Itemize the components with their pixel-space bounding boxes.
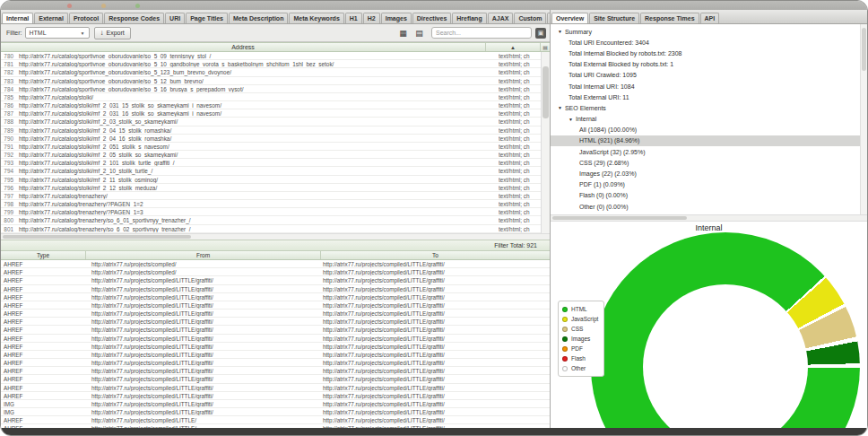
tree-item-total-external-blocked-by-robots-txt-1[interactable]: Total External Blocked by robots.txt: 1 (551, 59, 867, 70)
tab-page-titles[interactable]: Page Titles (186, 13, 228, 23)
table-row[interactable]: 788http://atrix77.ru/catalog/stolki/mf_2… (1, 118, 550, 126)
tab-h2[interactable]: H2 (363, 13, 380, 23)
table-row[interactable]: 798http://atrix77.ru/catalog/trenazhery/… (1, 200, 550, 208)
table-row[interactable]: 792http://atrix77.ru/catalog/stolki/mf_2… (1, 151, 550, 159)
tab-response-codes[interactable]: Response Codes (104, 13, 164, 23)
tree-item-total-internal-uri-1084[interactable]: Total Internal URI: 1084 (551, 81, 867, 92)
links-table-row[interactable]: IMGhttp://atrix77.ru/projects/compiled/L… (1, 400, 550, 408)
tab-meta-keywords[interactable]: Meta Keywords (289, 13, 343, 23)
tab-hreflang[interactable]: Hreflang (452, 13, 486, 23)
table-row[interactable]: 785http://atrix77.ru/catalog/stolki/text… (1, 93, 550, 101)
expand-arrow-icon[interactable]: ▼ (558, 105, 562, 110)
links-table-row[interactable]: AHREFhttp://atrix77.ru/projects/compiled… (1, 343, 550, 351)
address-column-header[interactable]: Address (1, 43, 486, 51)
links-table-row[interactable]: AHREFhttp://atrix77.ru/projects/compiled… (1, 285, 550, 293)
tab-site-structure[interactable]: Site Structure (589, 13, 639, 23)
links-table-row[interactable]: AHREFhttp://atrix77.ru/projects/compiled… (1, 335, 550, 343)
table-row[interactable]: 801http://atrix77.ru/catalog/trenazhery/… (1, 225, 550, 233)
tree-view-icon[interactable]: ▦ (396, 27, 410, 39)
links-table-row[interactable]: AHREFhttp://atrix77.ru/projects/compiled… (1, 351, 550, 359)
tree-item-seo-elements[interactable]: ▼SEO Elements (551, 102, 867, 113)
table-row[interactable]: 783http://atrix77.ru/catalog/sportivnoe_… (1, 77, 550, 85)
minimize-window-icon[interactable] (101, 4, 106, 8)
scrollbar-thumb[interactable] (3, 235, 191, 239)
links-table-row[interactable]: AHREFhttp://atrix77.ru/projects/compiled… (1, 318, 550, 326)
maximize-window-icon[interactable] (135, 4, 140, 8)
links-table-row[interactable]: AHREFhttp://atrix77.ru/projects/compiled… (1, 276, 550, 284)
table-row[interactable]: 796http://atrix77.ru/catalog/stolki/mf_2… (1, 184, 550, 192)
tab-h1[interactable]: H1 (345, 13, 362, 23)
tab-ajax[interactable]: AJAX (488, 13, 514, 23)
tab-internal[interactable]: Internal (2, 13, 33, 24)
scrollbar-thumb[interactable] (552, 216, 687, 220)
table-row[interactable]: 795http://atrix77.ru/catalog/stolki/mf_2… (1, 176, 550, 184)
table-row[interactable]: 780http://atrix77.ru/catalog/sportivnoe_… (1, 52, 550, 60)
filter-dropdown[interactable]: HTML ▼ (25, 27, 90, 39)
horizontal-scrollbar[interactable] (551, 214, 867, 222)
links-table-row[interactable]: AHREFhttp://atrix77.ru/projects/compiled… (1, 326, 550, 334)
tree-item-pdf[interactable]: PDF (1) (0.09%) (551, 179, 867, 190)
tree-item-html[interactable]: HTML (921) (84.96%) (551, 135, 867, 146)
links-table-row[interactable]: AHREFhttp://atrix77.ru/projects/compiled… (1, 268, 550, 276)
tab-overview[interactable]: Overview (551, 13, 588, 24)
links-table-row[interactable]: AHREFhttp://atrix77.ru/projects/compiled… (1, 416, 550, 424)
tree-item-total-internal-blocked-by-robots-txt-2308[interactable]: Total Internal Blocked by robots.txt: 23… (551, 48, 867, 58)
table-row[interactable]: 782http://atrix77.ru/catalog/sportivnoe_… (1, 68, 550, 76)
scrollbar-thumb[interactable] (542, 66, 549, 118)
table-row[interactable]: 790http://atrix77.ru/catalog/stolki/mf_2… (1, 135, 550, 143)
expand-arrow-icon[interactable]: ▼ (558, 29, 562, 34)
horizontal-scrollbar[interactable] (1, 233, 550, 240)
tab-custom[interactable]: Custom (514, 13, 546, 23)
search-options-icon[interactable]: ▣ (535, 28, 546, 39)
links-table-row[interactable]: IMGhttp://atrix77.ru/projects/compiled/L… (1, 408, 550, 416)
column-config-icon[interactable]: ▤ (541, 43, 550, 51)
table-row[interactable]: 799http://atrix77.ru/catalog/trenazhery/… (1, 208, 550, 216)
table-row[interactable]: 787http://atrix77.ru/catalog/stolki/mf_2… (1, 109, 550, 118)
tree-item-css[interactable]: CSS (29) (2.68%) (551, 157, 867, 168)
vertical-scrollbar[interactable] (860, 24, 867, 214)
vertical-scrollbar[interactable] (541, 52, 550, 233)
close-window-icon[interactable] (67, 4, 72, 8)
links-table-row[interactable]: AHREFhttp://atrix77.ru/projects/compiled… (1, 359, 550, 367)
tree-item-images[interactable]: Images (22) (2.03%) (551, 168, 867, 179)
tab-protocol[interactable]: Protocol (69, 13, 103, 23)
links-table-row[interactable]: AHREFhttp://atrix77.ru/projects/compiled… (1, 384, 550, 392)
tab-external[interactable]: External (34, 13, 68, 23)
tab-directives[interactable]: Directives (412, 13, 451, 23)
tab-api[interactable]: API (700, 13, 720, 23)
table-row[interactable]: 781http://atrix77.ru/catalog/sportivnoe_… (1, 60, 550, 68)
table-row[interactable]: 786http://atrix77.ru/catalog/stolki/mf_2… (1, 101, 550, 109)
links-table-row[interactable]: AHREFhttp://atrix77.ru/projects/compiled… (1, 260, 550, 268)
links-table-row[interactable]: AHREFhttp://atrix77.ru/projects/compiled… (1, 392, 550, 400)
tree-item-summary[interactable]: ▼Summary (551, 26, 867, 37)
tab-images[interactable]: Images (381, 13, 412, 23)
links-table-row[interactable]: AHREFhttp://atrix77.ru/projects/compiled… (1, 367, 550, 375)
tree-item-internal[interactable]: ▼Internal (551, 114, 867, 125)
table-row[interactable]: 793http://atrix77.ru/catalog/stolki/mf_2… (1, 159, 550, 167)
table-row[interactable]: 800http://atrix77.ru/catalog/trenazhery/… (1, 216, 550, 224)
tree-item-total-uri-crawled-1095[interactable]: Total URI Crawled: 1095 (551, 70, 867, 81)
table-row[interactable]: 791http://atrix77.ru/catalog/stolki/mf_2… (1, 143, 550, 151)
search-input[interactable] (431, 27, 532, 39)
tab-uri[interactable]: URI (165, 13, 185, 23)
links-table-row[interactable]: AHREFhttp://atrix77.ru/projects/compiled… (1, 293, 550, 301)
tree-item-all[interactable]: All (1084) (100.00%) (551, 125, 867, 135)
table-row[interactable]: 784http://atrix77.ru/catalog/sportivnoe_… (1, 85, 550, 93)
tab-response-times[interactable]: Response Times (640, 13, 699, 23)
tab-meta-description[interactable]: Meta Description (229, 13, 288, 23)
expand-arrow-icon[interactable]: ▼ (569, 117, 573, 122)
sort-asc-icon[interactable]: ▲ (486, 43, 541, 51)
links-header-type[interactable]: Type (1, 251, 86, 259)
links-table-row[interactable]: AHREFhttp://atrix77.ru/projects/compiled… (1, 301, 550, 310)
tab-analytics[interactable]: Analytics (547, 13, 550, 23)
table-row[interactable]: 794http://atrix77.ru/catalog/stolki/mf_2… (1, 167, 550, 175)
links-header-from[interactable]: From (86, 251, 321, 259)
tree-item-javascript[interactable]: JavaScript (32) (2.95%) (551, 146, 867, 157)
tree-item-total-external-uri-11[interactable]: Total External URI: 11 (551, 92, 867, 102)
links-table-row[interactable]: AHREFhttp://atrix77.ru/projects/compiled… (1, 310, 550, 318)
tree-item-other[interactable]: Other (0) (0.00%) (551, 201, 867, 212)
table-row[interactable]: 789http://atrix77.ru/catalog/stolki/mf_2… (1, 126, 550, 135)
list-view-icon[interactable]: ▤ (412, 27, 426, 39)
scrollbar-thumb[interactable] (862, 28, 866, 71)
links-header-to[interactable]: To (321, 251, 550, 259)
